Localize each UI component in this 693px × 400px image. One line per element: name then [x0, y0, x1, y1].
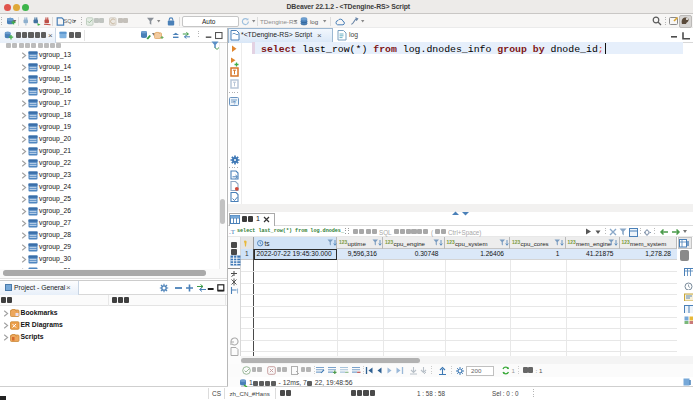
svg-text:.T: .T	[229, 228, 236, 236]
svg-text:?: ?	[233, 100, 236, 106]
